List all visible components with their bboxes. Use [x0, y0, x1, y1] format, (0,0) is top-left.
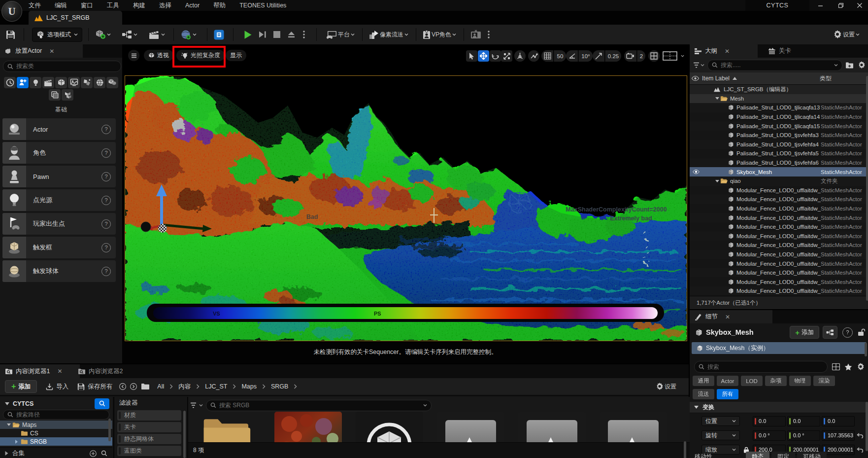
outliner-row[interactable]: Modular_Fence_LOD0_ufflaitdw_ StaticMesh…: [690, 241, 868, 250]
mobility-option[interactable]: 可移动: [797, 452, 827, 458]
grid-snap-icon-button[interactable]: [541, 50, 553, 62]
tree-scrollbar[interactable]: [108, 419, 111, 441]
outliner-row[interactable]: LJC_ST_SRGB（编辑器）: [690, 85, 868, 94]
axis-value-input[interactable]: 0.0: [753, 416, 786, 426]
help-icon[interactable]: ?: [101, 243, 111, 252]
close-tab-icon[interactable]: ✕: [725, 314, 730, 320]
save-all-button[interactable]: 保存所有: [77, 383, 112, 391]
filter-icon[interactable]: [693, 62, 701, 69]
content-browser-tab-1[interactable]: 内容浏览器1 ✕: [0, 364, 80, 378]
place-actor-item[interactable]: 角色 ?: [2, 142, 116, 164]
gear-icon[interactable]: [858, 61, 866, 69]
folder-tree-row[interactable]: Maps: [0, 421, 112, 429]
outliner-row[interactable]: Modular_Fence_LOD0_ufflaitdw_ StaticMesh…: [690, 213, 868, 222]
outliner-row[interactable]: Mesh: [690, 94, 868, 104]
details-tab[interactable]: 细节 ✕: [690, 310, 772, 323]
category-geometry-icon[interactable]: [81, 77, 93, 88]
breadcrumb-item[interactable]: 内容: [175, 383, 194, 391]
add-component-button[interactable]: + 添加: [790, 326, 819, 339]
outliner-row[interactable]: Modular_Fence_LOD0_ufflaitdw_ StaticMesh…: [690, 250, 868, 259]
outliner-search-input[interactable]: 搜索.....: [707, 60, 842, 71]
reset-to-default-icon[interactable]: [855, 433, 866, 438]
menu-item[interactable]: 编辑: [48, 0, 74, 11]
blueprints-button[interactable]: [118, 30, 141, 39]
viewport-options-button[interactable]: [128, 50, 139, 61]
help-icon[interactable]: ?: [101, 172, 111, 181]
filter-chip[interactable]: 流送: [693, 389, 714, 399]
place-actors-tab[interactable]: 放置Actor ✕: [0, 44, 83, 58]
outliner-row[interactable]: Palisade_Strut_LOD0_tjlicaqfa14 StaticMe…: [690, 112, 868, 122]
asset-search-input[interactable]: 搜索 SRGB: [206, 400, 432, 411]
help-icon[interactable]: ?: [101, 148, 111, 158]
filter-icon[interactable]: [190, 402, 198, 409]
mobility-option[interactable]: 固定: [771, 452, 795, 458]
world-partition-button[interactable]: [177, 30, 200, 40]
menu-item[interactable]: 窗口: [74, 0, 100, 11]
assets-scrollbar[interactable]: [684, 441, 686, 458]
breadcrumb-item[interactable]: LJC_ST: [202, 383, 230, 390]
category-layers-icon[interactable]: [49, 89, 61, 101]
place-actor-item[interactable]: 玩家出生点 ?: [2, 213, 116, 235]
outliner-row[interactable]: Modular_Fence_LOD0_ufflaitdw_ StaticMesh…: [690, 204, 868, 213]
restore-button[interactable]: [833, 0, 849, 11]
add-collection-icon[interactable]: [90, 450, 97, 457]
asset-texture[interactable]: [437, 412, 504, 442]
place-actor-item[interactable]: 触发框 ?: [2, 237, 116, 258]
place-actor-item[interactable]: 点光源 ?: [2, 189, 116, 211]
components-scrollbar[interactable]: [865, 343, 867, 356]
axis-value-input[interactable]: 0.0 °: [753, 430, 786, 441]
place-actor-item[interactable]: 触发球体 ?: [2, 260, 116, 282]
outliner-row[interactable]: Modular_Fence_LOD0_ufflaitdw_ StaticMesh…: [690, 232, 868, 241]
axis-value-input[interactable]: 107.35563: [822, 430, 855, 441]
transform-section-header[interactable]: 变换: [690, 402, 868, 413]
more-tools-button[interactable]: [484, 31, 494, 38]
outliner-row[interactable]: Skybox_Mesh StaticMeshActor: [690, 167, 868, 176]
menu-item[interactable]: 构建: [126, 0, 152, 11]
filter-row[interactable]: 蓝图类: [117, 446, 181, 456]
content-browser-tab-2[interactable]: 内容浏览器2: [73, 364, 152, 378]
add-asset-button[interactable]: + 添加: [5, 380, 37, 393]
filter-chip[interactable]: 渲染: [813, 376, 835, 386]
transform-label-dropdown[interactable]: 位置: [701, 416, 740, 426]
category-shapes-icon[interactable]: [55, 77, 67, 88]
outliner-column-header[interactable]: Item Label 类型: [690, 72, 868, 85]
scale-snap-value-button[interactable]: 0.25: [605, 50, 621, 62]
filter-row[interactable]: 静态网格体: [117, 434, 181, 444]
filter-chip[interactable]: 所有: [717, 389, 738, 399]
help-icon[interactable]: ?: [842, 327, 853, 338]
breadcrumb-item[interactable]: All: [154, 383, 167, 390]
add-actor-button[interactable]: [92, 30, 114, 39]
chevron-down-icon[interactable]: [701, 63, 704, 67]
path-search-input[interactable]: 搜索路径: [3, 410, 109, 420]
help-icon[interactable]: ?: [101, 219, 111, 229]
details-scrollbar[interactable]: [866, 402, 868, 451]
surface-snapping-button[interactable]: [528, 50, 539, 62]
asset-image[interactable]: [274, 412, 342, 442]
category-visual-effects-icon[interactable]: [68, 77, 80, 88]
platforms-button[interactable]: 平台: [323, 31, 358, 39]
asset-texture[interactable]: [518, 412, 586, 442]
select-tool-button[interactable]: [466, 50, 477, 62]
category-cinematic-icon[interactable]: [42, 77, 54, 88]
gear-icon[interactable]: [857, 363, 865, 371]
outliner-row[interactable]: Palisade_Strut_LOD0_tjsvfehfa3 StaticMes…: [690, 131, 868, 140]
category-all-classes-icon[interactable]: [106, 77, 118, 88]
filter-chip[interactable]: Actor: [717, 376, 738, 386]
outliner-row[interactable]: Modular_Fence_LOD0_ufflaitdw_ StaticMesh…: [690, 195, 868, 204]
save-button[interactable]: [0, 30, 21, 39]
filters-scrollbar[interactable]: [183, 411, 186, 458]
outliner-row[interactable]: Palisade_Strut_LOD0_tjsvfehfa5 StaticMes…: [690, 149, 868, 158]
filter-chip[interactable]: 通用: [693, 376, 714, 386]
blueprint-edit-button[interactable]: [823, 326, 837, 339]
filter-chip[interactable]: LOD: [741, 376, 763, 386]
skip-button[interactable]: [255, 31, 269, 38]
chevron-down-icon[interactable]: [834, 63, 838, 67]
folder-tree-row[interactable]: CS: [0, 429, 112, 437]
pixel-streaming-button[interactable]: 像素流送: [366, 30, 412, 39]
filter-chip[interactable]: 物理: [789, 376, 811, 386]
menu-item[interactable]: Actor: [178, 0, 206, 10]
menu-item[interactable]: 文件: [22, 0, 48, 11]
close-tab-icon[interactable]: ✕: [49, 48, 54, 55]
transform-label-dropdown[interactable]: 旋转: [701, 430, 740, 440]
axis-value-input[interactable]: 0.0: [787, 416, 820, 426]
